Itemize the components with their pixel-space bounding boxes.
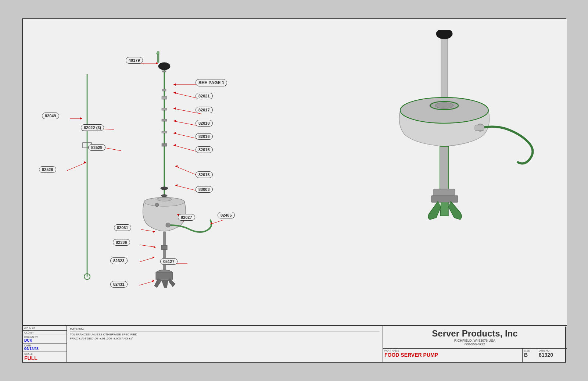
- svg-marker-26: [173, 144, 176, 146]
- svg-rect-49: [161, 245, 167, 250]
- svg-marker-10: [156, 51, 159, 54]
- exploded-view-svg: [23, 19, 280, 327]
- svg-rect-7: [162, 143, 167, 146]
- company-name: Server Products, Inc: [432, 328, 517, 339]
- svg-rect-3: [162, 96, 167, 99]
- tolerance-text: TOLERANCES UNLESS OTHERWISE SPECIFIED FR…: [70, 332, 380, 341]
- scale-row: SCALE FULL: [23, 352, 67, 362]
- part-label-40179: 40179: [126, 57, 143, 64]
- date-label: DATE: [24, 344, 65, 347]
- size-label: SIZE: [524, 349, 535, 352]
- svg-marker-16: [173, 83, 176, 86]
- size-cell: SIZE B: [523, 349, 537, 362]
- date-row: DATE 04/12/93: [23, 343, 67, 352]
- part-name-cell: PART NAME FOOD SERVER PUMP: [383, 349, 523, 362]
- svg-point-43: [157, 197, 172, 201]
- part-label-82016: 82016: [196, 133, 213, 140]
- part-label-82017: 82017: [196, 107, 213, 113]
- date-value: 04/12/93: [24, 347, 65, 351]
- svg-point-45: [161, 187, 168, 190]
- svg-marker-34: [80, 117, 82, 120]
- svg-line-60: [140, 257, 154, 262]
- part-label-82015: 82015: [196, 146, 213, 153]
- dwg-no-value: 81320: [539, 352, 565, 358]
- part-label-82049: 82049: [42, 113, 59, 119]
- drawn-by-value: DCK: [24, 338, 65, 342]
- material-label: MATERIAL: [70, 327, 380, 332]
- svg-line-54: [210, 220, 223, 224]
- title-block: APPD BY CKD BY DRAWN BY DCK DATE 04/12/9…: [23, 325, 567, 362]
- company-phone: 800-558-8722: [465, 342, 485, 346]
- svg-rect-1: [162, 71, 166, 72]
- part-label-82021: 82021: [196, 93, 213, 99]
- svg-marker-57: [153, 231, 155, 233]
- title-block-middle: MATERIAL TOLERANCES UNLESS OTHERWISE SPE…: [67, 326, 383, 362]
- scale-label: SCALE: [24, 353, 65, 355]
- part-label-82013: 82013: [196, 171, 213, 178]
- part-label-see-page: SEE PAGE 1: [196, 79, 227, 86]
- part-label-82027: 82027: [178, 214, 195, 221]
- svg-rect-5: [162, 119, 167, 121]
- svg-rect-78: [431, 196, 458, 202]
- ckd-by-label: CKD BY: [24, 331, 65, 334]
- part-info-row: PART NAME FOOD SERVER PUMP SIZE B DWG NO…: [383, 349, 567, 362]
- svg-rect-2: [162, 89, 166, 91]
- svg-marker-24: [173, 132, 176, 134]
- svg-rect-74: [475, 125, 484, 131]
- svg-point-8: [158, 63, 170, 70]
- company-info: Server Products, Inc RICHFIELD, WI 53076…: [383, 326, 567, 349]
- part-label-82018: 82018: [196, 120, 213, 127]
- svg-rect-51: [156, 272, 173, 279]
- part-label-82336: 82336: [113, 239, 130, 246]
- svg-rect-6: [162, 131, 167, 133]
- drawing-sheet: 40179 SEE PAGE 1 82021 82017 82018 82016…: [22, 18, 566, 363]
- title-block-right: Server Products, Inc RICHFIELD, WI 53076…: [383, 326, 567, 362]
- dwg-no-label: DWG NO.: [539, 349, 565, 352]
- svg-point-46: [161, 195, 167, 197]
- svg-rect-75: [440, 146, 449, 190]
- svg-rect-4: [162, 108, 167, 110]
- svg-line-64: [139, 281, 154, 285]
- svg-point-44: [155, 203, 159, 207]
- part-label-82431: 82431: [110, 281, 128, 288]
- part-name-label: PART NAME: [384, 349, 521, 352]
- part-label-05127: 05127: [160, 258, 178, 265]
- svg-marker-18: [173, 92, 176, 94]
- part-label-83003: 83003: [196, 186, 213, 193]
- appd-by-label: APPD BY: [24, 327, 65, 329]
- svg-marker-61: [152, 256, 154, 259]
- svg-line-58: [140, 245, 156, 247]
- appd-by-row: APPD BY: [23, 326, 67, 331]
- scale-value: FULL: [24, 355, 65, 361]
- part-label-83529: 83529: [88, 144, 105, 151]
- dwg-no-cell: DWG NO. 81320: [537, 349, 567, 362]
- size-value: B: [524, 352, 535, 358]
- svg-rect-66: [441, 34, 448, 107]
- tolerance-line2: FRAC ±1/64 DEC .00=±.01 .000=±.005 ANG ±…: [70, 337, 133, 340]
- ckd-by-row: CKD BY: [23, 331, 67, 335]
- drawn-by-label: DRAWN BY: [24, 336, 65, 338]
- drawn-by-row: DRAWN BY DCK: [23, 335, 67, 343]
- svg-marker-20: [173, 107, 176, 110]
- part-label-82485: 82485: [218, 212, 235, 218]
- svg-marker-28: [175, 165, 178, 167]
- part-label-82323: 82323: [110, 257, 128, 264]
- svg-marker-30: [175, 184, 178, 186]
- tolerance-line1: TOLERANCES UNLESS OTHERWISE SPECIFIED: [70, 333, 137, 336]
- svg-point-47: [166, 223, 170, 227]
- svg-marker-40: [84, 161, 86, 164]
- part-label-82061: 82061: [114, 224, 131, 231]
- part-name-value: FOOD SERVER PUMP: [384, 352, 521, 358]
- svg-point-71: [435, 103, 453, 108]
- svg-point-67: [436, 30, 452, 39]
- svg-marker-59: [154, 246, 156, 248]
- title-block-left: APPD BY CKD BY DRAWN BY DCK DATE 04/12/9…: [23, 326, 67, 362]
- part-label-82022: 82022 (3): [81, 124, 104, 131]
- svg-marker-65: [152, 279, 154, 282]
- svg-marker-22: [173, 120, 176, 122]
- drawing-area: 40179 SEE PAGE 1 82021 82017 82018 82016…: [23, 19, 567, 327]
- part-label-82526: 82526: [39, 166, 56, 173]
- isometric-view-svg: [343, 30, 556, 236]
- svg-line-39: [67, 163, 86, 171]
- company-city: RICHFIELD, WI 53076 USA: [454, 339, 495, 342]
